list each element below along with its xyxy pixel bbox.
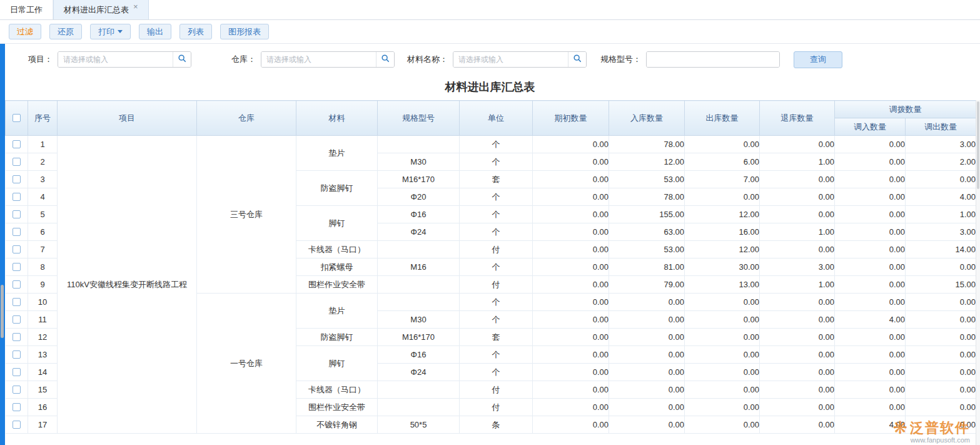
material-link[interactable]: 围栏作业安全带: [296, 399, 378, 416]
toolbar-button-output[interactable]: 输出: [139, 24, 171, 39]
out-qty-cell: 0.00: [685, 364, 760, 381]
row-seq: 6: [28, 223, 58, 241]
row-checkbox[interactable]: [13, 245, 21, 253]
material-name-input-box: [453, 51, 587, 68]
in-qty-cell: 0.00: [609, 294, 685, 311]
material-link[interactable]: 不镀锌角钢: [296, 416, 378, 434]
out-qty-cell: 0.00: [685, 381, 760, 399]
select-all-checkbox[interactable]: [13, 114, 21, 122]
in-qty-cell: 81.00: [609, 258, 685, 276]
initial-qty-cell: 0.00: [533, 188, 609, 206]
transfer-out-qty-cell: 0.00: [906, 381, 976, 399]
transfer-out-qty-cell: 0.00: [906, 311, 976, 329]
initial-qty-cell: 0.00: [533, 399, 609, 416]
row-checkbox[interactable]: [13, 158, 21, 166]
row-checkbox[interactable]: [13, 315, 21, 324]
toolbar-button-filter[interactable]: 过滤: [9, 24, 41, 39]
row-checkbox[interactable]: [13, 421, 21, 429]
row-checkbox[interactable]: [13, 386, 21, 394]
toolbar-button-label: 输出: [147, 26, 163, 38]
material-link[interactable]: 垫片: [296, 136, 378, 171]
tab-0[interactable]: 日常工作: [0, 0, 53, 19]
row-checkbox[interactable]: [13, 175, 21, 183]
spec-model-input[interactable]: [647, 52, 779, 67]
spec-cell: [378, 294, 460, 311]
row-checkbox[interactable]: [13, 228, 21, 236]
tab-label: 日常工作: [10, 4, 43, 16]
right-scrollbar[interactable]: [976, 100, 980, 445]
unit-cell: 个: [460, 346, 533, 364]
unit-cell: 付: [460, 381, 533, 399]
filter-bar: 项目：仓库：材料名称：规格型号：查询: [0, 44, 980, 75]
unit-cell: 个: [460, 364, 533, 381]
transfer-out-qty-cell: 0.00: [906, 329, 976, 346]
project-search-button[interactable]: [173, 52, 191, 67]
in-qty-cell: 0.00: [609, 346, 685, 364]
row-checkbox[interactable]: [13, 263, 21, 271]
row-seq: 15: [28, 381, 58, 399]
material-link[interactable]: 卡线器（马口）: [296, 381, 378, 399]
out-qty-cell: 6.00: [685, 153, 760, 171]
material-link[interactable]: 防盗脚钉: [296, 329, 378, 346]
return-qty-cell: 1.00: [760, 153, 835, 171]
material-link[interactable]: 扣紧螺母: [296, 258, 378, 276]
material-link[interactable]: 脚钉: [296, 206, 378, 241]
tab-close-icon[interactable]: ×: [133, 3, 138, 11]
column-header-return: 退库数量: [760, 101, 835, 136]
row-checkbox[interactable]: [13, 350, 21, 359]
out-qty-cell: 0.00: [685, 311, 760, 329]
toolbar-button-list[interactable]: 列表: [179, 24, 212, 39]
left-scrollbar-thumb[interactable]: [1, 285, 4, 338]
out-qty-cell: 30.00: [685, 258, 760, 276]
toolbar-button-print[interactable]: 打印: [90, 24, 131, 39]
project-input[interactable]: [58, 52, 173, 67]
toolbar-button-restore[interactable]: 还原: [49, 24, 82, 39]
row-checkbox[interactable]: [13, 298, 21, 306]
row-checkbox[interactable]: [13, 140, 21, 148]
material-link[interactable]: 防盗脚钉: [296, 171, 378, 206]
transfer-in-qty-cell: 0.00: [835, 364, 906, 381]
row-seq: 3: [28, 171, 58, 188]
project-cell[interactable]: 110kV安徽线程集变开断线路工程: [58, 136, 197, 434]
row-checkbox-cell: [6, 381, 28, 399]
toolbar-button-graph-report[interactable]: 图形报表: [220, 24, 269, 39]
project-input-box: [58, 51, 191, 68]
row-checkbox[interactable]: [13, 333, 21, 341]
report-title: 材料进出库汇总表: [0, 75, 980, 100]
right-scrollbar-thumb[interactable]: [977, 101, 979, 189]
query-button[interactable]: 查询: [794, 51, 842, 68]
material-link[interactable]: 卡线器（马口）: [296, 241, 378, 258]
row-checkbox-cell: [6, 364, 28, 381]
row-checkbox[interactable]: [13, 368, 21, 376]
warehouse-input[interactable]: [261, 52, 376, 67]
material-link[interactable]: 垫片: [296, 294, 378, 329]
row-checkbox-cell: [6, 136, 28, 153]
tab-active[interactable]: 材料进出库汇总表×: [53, 0, 149, 19]
initial-qty-cell: 0.00: [533, 258, 609, 276]
unit-cell: 个: [460, 136, 533, 153]
warehouse-search-button[interactable]: [376, 52, 394, 67]
material-link[interactable]: 围栏作业安全带: [296, 276, 378, 294]
row-checkbox[interactable]: [13, 280, 21, 289]
transfer-out-qty-cell: 4.00: [906, 188, 976, 206]
column-header-unit: 单位: [460, 101, 533, 136]
material-name-search-button[interactable]: [568, 52, 586, 67]
search-icon: [178, 54, 186, 65]
return-qty-cell: 0.00: [760, 188, 835, 206]
warehouse-cell[interactable]: 三号仓库: [197, 136, 296, 294]
in-qty-cell: 0.00: [609, 329, 685, 346]
out-qty-cell: 0.00: [685, 346, 760, 364]
row-seq: 2: [28, 153, 58, 171]
warehouse-cell[interactable]: 一号仓库: [197, 294, 296, 434]
material-name-input[interactable]: [453, 52, 568, 67]
return-qty-cell: 0.00: [760, 206, 835, 223]
spec-model-label: 规格型号：: [600, 54, 641, 65]
material-link[interactable]: 脚钉: [296, 346, 378, 381]
unit-cell: 套: [460, 329, 533, 346]
row-checkbox[interactable]: [13, 403, 21, 411]
row-checkbox[interactable]: [13, 210, 21, 218]
row-checkbox[interactable]: [13, 193, 21, 201]
row-checkbox-cell: [6, 346, 28, 364]
transfer-in-qty-cell: 0.00: [835, 381, 906, 399]
out-qty-cell: 12.00: [685, 241, 760, 258]
